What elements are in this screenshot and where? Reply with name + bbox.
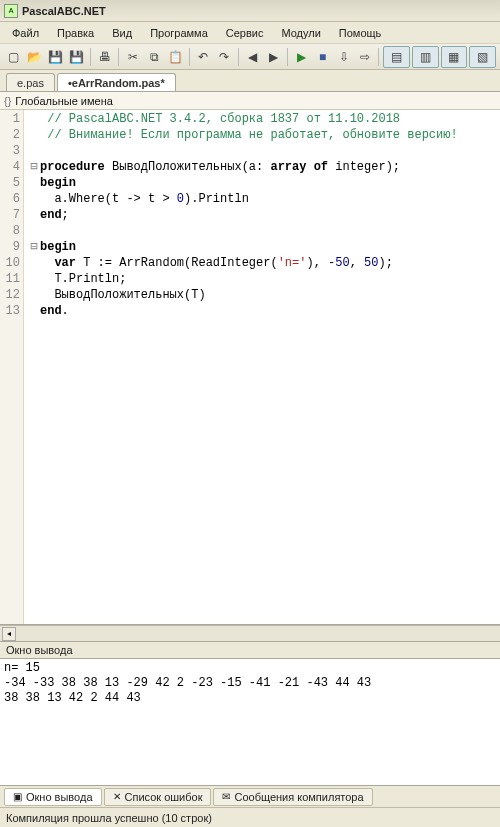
code-line[interactable]: end. [28,303,500,319]
win2-icon: ▥ [420,50,431,64]
stepinto-button[interactable]: ⇩ [334,47,353,67]
code-line[interactable] [28,143,500,159]
code-line[interactable]: ⊟procedure ВыводПоложительных(a: array o… [28,159,500,175]
redo-button[interactable]: ↷ [215,47,234,67]
menu-сервис[interactable]: Сервис [218,25,272,41]
saveall-button[interactable]: 💾 [67,47,86,67]
stepinto-icon: ⇩ [339,50,349,64]
fold-icon [28,207,40,223]
new-icon: ▢ [8,50,19,64]
code-text: end; [40,207,69,223]
toolbar-separator [118,48,119,66]
win3-icon: ▦ [448,50,459,64]
code-line[interactable] [28,223,500,239]
code-line[interactable]: T.Println; [28,271,500,287]
save-button[interactable]: 💾 [46,47,65,67]
cut-icon: ✂ [128,50,138,64]
code-line[interactable]: // PascalABC.NET 3.4.2, сборка 1837 от 1… [28,111,500,127]
print-icon: 🖶 [99,50,111,64]
scroll-left-icon[interactable]: ◂ [2,627,16,641]
code-line[interactable]: begin [28,175,500,191]
fold-icon [28,223,40,239]
code-line[interactable]: ВыводПоложительных(T) [28,287,500,303]
line-number: 4 [0,159,23,175]
stop-button[interactable]: ■ [313,47,332,67]
bottom-tab[interactable]: ✕Список ошибок [104,788,212,806]
cut-button[interactable]: ✂ [123,47,142,67]
tab-icon: ✉ [222,791,230,802]
code-line[interactable]: end; [28,207,500,223]
code-line[interactable]: ⊟begin [28,239,500,255]
braces-icon: {} [4,95,11,107]
bottom-tab[interactable]: ✉Сообщения компилятора [213,788,372,806]
file-tab[interactable]: e.pas [6,73,55,91]
menu-программа[interactable]: Программа [142,25,216,41]
app-title: PascalABC.NET [22,5,106,17]
win2-button[interactable]: ▥ [412,46,439,68]
menu-помощь[interactable]: Помощь [331,25,390,41]
open-button[interactable]: 📂 [25,47,44,67]
fold-icon [28,255,40,271]
names-dropdown[interactable]: {} Глобальные имена [0,92,500,110]
back-button[interactable]: ◀ [243,47,262,67]
code-text: // Внимание! Если программа не работает,… [40,127,458,143]
back-icon: ◀ [248,50,257,64]
menu-модули[interactable]: Модули [273,25,328,41]
line-number: 5 [0,175,23,191]
fold-icon [28,303,40,319]
fold-icon [28,191,40,207]
code-text: a.Where(t -> t > 0).Println [40,191,249,207]
fwd-button[interactable]: ▶ [264,47,283,67]
toolbar-separator [189,48,190,66]
code-text: ВыводПоложительных(T) [40,287,206,303]
toolbar-separator [238,48,239,66]
output-pane[interactable]: n= 15 -34 -33 38 38 13 -29 42 2 -23 -15 … [0,659,500,785]
fold-icon [28,111,40,127]
horizontal-scrollbar[interactable]: ◂ [0,625,500,641]
menu-вид[interactable]: Вид [104,25,140,41]
code-editor[interactable]: 12345678910111213 // PascalABC.NET 3.4.2… [0,110,500,625]
line-number: 2 [0,127,23,143]
stepover-button[interactable]: ⇨ [355,47,374,67]
toolbar-separator [287,48,288,66]
run-icon: ▶ [297,50,306,64]
code-line[interactable]: var T := ArrRandom(ReadInteger('n='), -5… [28,255,500,271]
print-button[interactable]: 🖶 [95,47,114,67]
menu-файл[interactable]: Файл [4,25,47,41]
fold-icon[interactable]: ⊟ [28,159,40,175]
file-tab[interactable]: •eArrRandom.pas* [57,73,176,91]
line-number: 3 [0,143,23,159]
tab-icon: ▣ [13,791,22,802]
code-area[interactable]: // PascalABC.NET 3.4.2, сборка 1837 от 1… [24,110,500,624]
bottom-tab[interactable]: ▣Окно вывода [4,788,102,806]
fold-icon [28,127,40,143]
copy-button[interactable]: ⧉ [144,47,163,67]
paste-button[interactable]: 📋 [166,47,185,67]
win1-icon: ▤ [391,50,402,64]
line-number: 11 [0,271,23,287]
status-bar: Компиляция прошла успешно (10 строк) [0,807,500,827]
undo-button[interactable]: ↶ [194,47,213,67]
stop-icon: ■ [319,50,326,64]
code-line[interactable]: // Внимание! Если программа не работает,… [28,127,500,143]
redo-icon: ↷ [219,50,229,64]
tab-label: Список ошибок [125,791,203,803]
fold-icon[interactable]: ⊟ [28,239,40,255]
line-number: 9 [0,239,23,255]
paste-icon: 📋 [168,50,183,64]
output-pane-title: Окно вывода [0,641,500,659]
code-text: // PascalABC.NET 3.4.2, сборка 1837 от 1… [40,111,400,127]
line-number: 13 [0,303,23,319]
code-line[interactable]: a.Where(t -> t > 0).Println [28,191,500,207]
toolbar-separator [90,48,91,66]
run-button[interactable]: ▶ [292,47,311,67]
win4-button[interactable]: ▧ [469,46,496,68]
menu-правка[interactable]: Правка [49,25,102,41]
win1-button[interactable]: ▤ [383,46,410,68]
titlebar: A PascalABC.NET [0,0,500,22]
code-text: end. [40,303,69,319]
new-button[interactable]: ▢ [4,47,23,67]
code-text: begin [40,175,76,191]
status-text: Компиляция прошла успешно (10 строк) [6,812,212,824]
win3-button[interactable]: ▦ [441,46,468,68]
